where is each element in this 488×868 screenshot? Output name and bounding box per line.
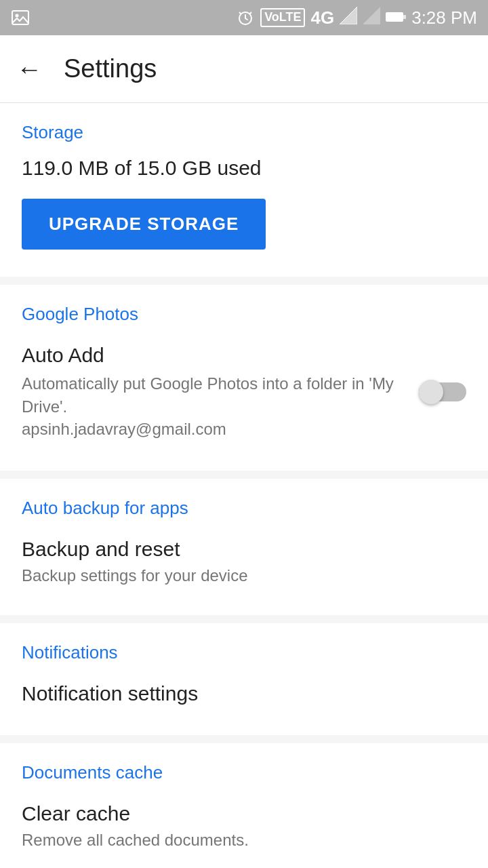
backup-desc: Backup settings for your device [22,566,466,585]
storage-section: Storage 119.0 MB of 15.0 GB used UPGRADE… [0,103,488,277]
status-left-icons [11,8,30,27]
notification-settings-row[interactable]: Notification settings [0,669,488,719]
svg-line-3 [239,12,241,14]
storage-section-header: Storage [0,103,488,149]
image-icon [11,8,30,27]
auto-add-row[interactable]: Auto Add Automatically put Google Photos… [0,330,488,454]
svg-line-4 [249,12,251,14]
volte-indicator: VoLTE [260,8,305,27]
clear-cache-title: Clear cache [22,802,466,825]
cache-section-header: Documents cache [0,743,488,789]
auto-backup-section: Auto backup for apps Backup and reset Ba… [0,479,488,615]
auto-add-title: Auto Add [22,344,403,367]
page-title: Settings [64,54,157,83]
upgrade-storage-button[interactable]: UPGRADE STORAGE [22,199,266,250]
signal-icon2 [363,7,380,28]
google-photos-section: Google Photos Auto Add Automatically put… [0,285,488,471]
alarm-icon [236,8,255,27]
svg-rect-8 [386,12,403,22]
storage-used-text: 119.0 MB of 15.0 GB used [0,149,488,188]
backup-and-reset-row[interactable]: Backup and reset Backup settings for you… [0,524,488,599]
toolbar: ← Settings [0,35,488,103]
time-display: 3:28 PM [411,7,477,28]
google-photos-header: Google Photos [0,285,488,330]
notifications-section: Notifications Notification settings [0,623,488,735]
battery-icon [386,8,406,27]
network-type: 4G [310,7,334,28]
notification-settings-title: Notification settings [22,682,466,705]
status-bar: VoLTE 4G 3:28 PM [0,0,488,35]
notifications-header: Notifications [0,623,488,669]
svg-rect-9 [403,15,406,19]
clear-cache-desc: Remove all cached documents. [22,831,466,850]
documents-cache-section: Documents cache Clear cache Remove all c… [0,743,488,868]
clear-cache-row[interactable]: Clear cache Remove all cached documents. [0,789,488,863]
auto-add-text: Auto Add Automatically put Google Photos… [22,344,419,441]
svg-marker-7 [363,7,380,24]
backup-title: Backup and reset [22,538,466,561]
auto-add-toggle[interactable] [419,380,466,404]
settings-content: Storage 119.0 MB of 15.0 GB used UPGRADE… [0,103,488,868]
signal-icon [340,7,357,28]
back-button[interactable]: ← [16,56,42,82]
status-right-icons: VoLTE 4G 3:28 PM [236,7,477,28]
auto-backup-header: Auto backup for apps [0,479,488,524]
svg-point-1 [16,14,19,18]
svg-rect-0 [12,11,28,24]
auto-add-desc: Automatically put Google Photos into a f… [22,372,403,441]
